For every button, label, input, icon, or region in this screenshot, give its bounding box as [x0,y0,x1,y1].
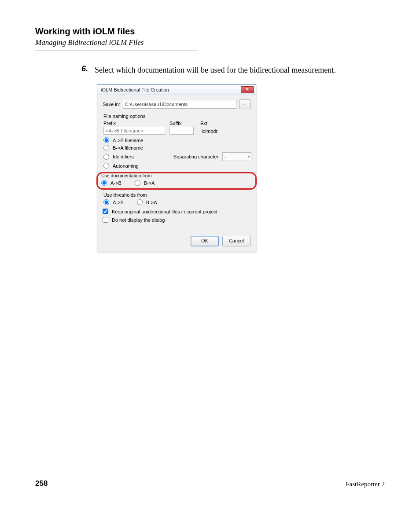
separating-char-select[interactable]: - ▾ [222,152,251,161]
radio-ab-filename-label: A->B filename [113,138,143,143]
dialog-titlebar: iOLM Bidirectional File Creation ✕ [97,85,256,95]
radio-autonaming[interactable] [103,163,109,169]
save-in-label: Save in: [103,102,120,107]
radio-identifiers-label: Identifiers [113,154,134,159]
header-rule [35,51,198,51]
separating-char-value: - [224,154,226,159]
ok-button[interactable]: OK [191,236,219,246]
close-icon: ✕ [246,87,249,92]
keep-original-checkbox[interactable] [103,209,108,214]
section-title: Working with iOLM files [35,26,385,37]
do-not-display-label: Do not display the dialog [112,217,165,223]
doc-ba-label: B->A [144,180,155,186]
radio-ab-filename[interactable] [103,137,109,143]
close-button[interactable]: ✕ [241,86,254,93]
dialog-window: iOLM Bidirectional File Creation ✕ Save … [97,84,256,252]
footer-rule [35,471,198,471]
step-number: 6. [81,64,95,76]
radio-ba-filename-label: B->A filename [113,145,143,150]
prefix-input[interactable] [103,127,165,135]
doc-ab-label: A->B [111,180,122,186]
thresh-ba-radio[interactable] [137,199,143,205]
thresh-ba-label: B->A [146,200,157,205]
step-text: Select which documentation will be used … [95,64,336,76]
thresh-ab-label: A->B [113,200,124,205]
radio-autonaming-label: Autonaming [113,163,139,169]
suffix-label: Suffix [169,121,200,126]
use-thresholds-label: Use thresholds from [103,192,251,198]
highlight-box: Use documentation from A->B B->A [96,172,257,190]
suffix-input[interactable] [169,127,194,135]
doc-ba-radio[interactable] [135,180,140,186]
use-documentation-label: Use documentation from [101,173,253,178]
product-name: FastReporter 2 [346,481,385,488]
separating-char-label: Separating character: [173,154,220,159]
save-path-field[interactable]: C:\Users\isasau1\Documents [123,100,236,109]
radio-ba-filename[interactable] [103,145,109,150]
prefix-label: Prefix [103,121,169,126]
keep-original-label: Keep original unidirectional files in cu… [112,209,217,214]
doc-ab-radio[interactable] [101,180,107,186]
cancel-button[interactable]: Cancel [222,236,251,246]
thresh-ab-radio[interactable] [103,199,109,205]
dialog-title: iOLM Bidirectional File Creation [101,87,169,92]
ext-label: Ext. [200,121,227,126]
section-subtitle: Managing Bidirectional iOLM Files [35,38,385,47]
file-naming-label: File naming options [103,114,251,119]
chevron-down-icon: ▾ [248,154,250,159]
do-not-display-checkbox[interactable] [103,217,108,223]
page-number: 258 [35,479,48,488]
radio-identifiers[interactable] [103,154,109,160]
browse-button[interactable]: ... [239,99,251,109]
ext-value: .iolmbdr [200,127,227,136]
